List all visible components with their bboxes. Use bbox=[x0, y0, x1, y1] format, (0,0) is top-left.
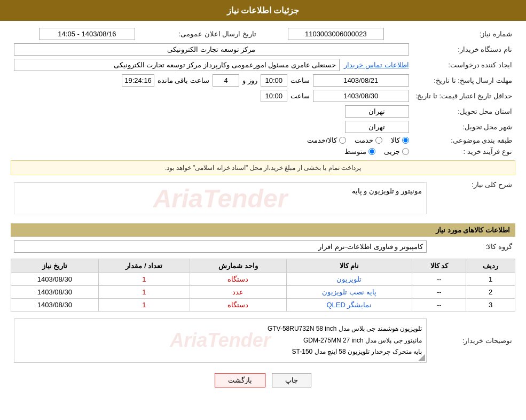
radio-motavasset[interactable]: متوسط bbox=[344, 147, 375, 155]
sharh-label: شرح کلی نیاز: bbox=[430, 177, 515, 219]
dastgah-label: نام دستگاه خریدار: bbox=[412, 42, 515, 57]
tarikh-value-cell: 1403/08/16 - 14:05 bbox=[11, 26, 163, 42]
ejad-value-cell: اطلاعات تماس خریدار حسنعلی عامری مسئول ا… bbox=[11, 57, 412, 73]
radio-jozii[interactable]: جزیی bbox=[384, 147, 409, 155]
goods-header-row: ردیف کد کالا نام کالا واحد شمارش تعداد /… bbox=[11, 259, 515, 273]
group-label: گروه کالا: bbox=[430, 239, 515, 254]
group-table: گروه کالا: کامپیوتر و فناوری اطلاعات-نرم… bbox=[11, 239, 515, 254]
cell-kod: -- bbox=[412, 286, 466, 299]
farayand-label: نوع فرآیند خرید : bbox=[412, 146, 515, 157]
cell-radif: 2 bbox=[466, 286, 515, 299]
row-ejad: ایجاد کننده درخواست: اطلاعات تماس خریدار… bbox=[11, 57, 515, 73]
row-shomare: شماره نیاز: 1103003006000023 تاریخ ارسال… bbox=[11, 26, 515, 42]
mohlet-roz-label: روز و bbox=[242, 76, 257, 84]
desc-value-cell: AriaTender تلویزیون هوشمند جی پلاس مدل G… bbox=[11, 317, 430, 364]
tabe-value-cell: کالا/خدمت خدمت کالا bbox=[11, 135, 412, 146]
desc-label: توصیحات خریدار: bbox=[430, 317, 515, 364]
page-header: جزئیات اطلاعات نیاز bbox=[0, 0, 526, 21]
hadaqal-time-label: ساعت bbox=[291, 92, 310, 100]
main-content: شماره نیاز: 1103003006000023 تاریخ ارسال… bbox=[0, 21, 526, 398]
row-group: گروه کالا: کامپیوتر و فناوری اطلاعات-نرم… bbox=[11, 239, 515, 254]
cell-vahed: عدد bbox=[190, 286, 286, 299]
th-radif: ردیف bbox=[466, 259, 515, 273]
desc-line: مانیتور جی پلاس مدل GDM-275MN 27 inch bbox=[19, 335, 422, 347]
cell-radif: 1 bbox=[466, 273, 515, 286]
radio-kala-khedmat[interactable]: کالا/خدمت bbox=[307, 136, 346, 144]
cell-tarikh: 1403/08/30 bbox=[11, 286, 99, 299]
row-hadaqal: حداقل تاریخ اعتبار قیمت: تا تاریخ: 10:00… bbox=[11, 88, 515, 104]
goods-table: ردیف کد کالا نام کالا واحد شمارش تعداد /… bbox=[11, 259, 515, 312]
cell-nam: پایه نصب تلویزیون bbox=[286, 286, 412, 299]
notice-bar: پرداخت تمام یا بخشی از مبلغ خرید،از محل … bbox=[11, 160, 515, 175]
info-table: شماره نیاز: 1103003006000023 تاریخ ارسال… bbox=[11, 26, 515, 157]
hadaqal-date: 1403/08/30 bbox=[313, 90, 409, 102]
sharh-text: مونیتور و تلویزیون و پایه bbox=[352, 187, 422, 195]
back-button[interactable]: بازگشت bbox=[215, 373, 265, 387]
cell-tarikh: 1403/08/30 bbox=[11, 299, 99, 312]
table-row: 3 -- نمایشگر QLED دستگاه 1 1403/08/30 bbox=[11, 299, 515, 312]
mohlet-time-label: ساعت bbox=[291, 76, 310, 84]
table-row: 1 -- تلویزیون دستگاه 1 1403/08/30 bbox=[11, 273, 515, 286]
sharh-table: شرح کلی نیاز: AriaTender مونیتور و تلویز… bbox=[11, 177, 515, 219]
tarikh-label: تاریخ ارسال اعلان عمومی: bbox=[163, 26, 260, 42]
shomare-label: شماره نیاز: bbox=[412, 26, 515, 42]
sharh-textarea: AriaTender مونیتور و تلویزیون و پایه bbox=[14, 182, 427, 214]
shahr-input: تهران bbox=[345, 121, 409, 133]
row-farayand: نوع فرآیند خرید : متوسط جزیی bbox=[11, 146, 515, 157]
cell-tedad: 1 bbox=[98, 299, 190, 312]
th-tarikh: تاریخ نیاز bbox=[11, 259, 99, 273]
cell-tedad: 1 bbox=[98, 273, 190, 286]
desc-line: پایه متحرک چرخدار تلویزیون 58 اینچ مدل S… bbox=[19, 346, 422, 358]
mohlet-remaining-label: ساعت باقی مانده bbox=[158, 76, 209, 84]
desc-box: AriaTender تلویزیون هوشمند جی پلاس مدل G… bbox=[14, 318, 427, 363]
mohlet-value-cell: 19:24:16 ساعت باقی مانده 4 روز و 10:00 س… bbox=[11, 73, 412, 88]
cell-vahed: دستگاه bbox=[190, 273, 286, 286]
watermark: AriaTender bbox=[153, 184, 288, 213]
radio-khedmat[interactable]: خدمت bbox=[355, 136, 382, 144]
cell-vahed: دستگاه bbox=[190, 299, 286, 312]
row-ostan: استان محل تحویل: تهران bbox=[11, 104, 515, 119]
table-row: 2 -- پایه نصب تلویزیون عدد 1 1403/08/30 bbox=[11, 286, 515, 299]
shomare-value-cell: 1103003006000023 bbox=[260, 26, 412, 42]
ostan-value-cell: تهران bbox=[11, 104, 412, 119]
row-shahr: شهر محل تحویل: تهران bbox=[11, 119, 515, 135]
mohlet-label: مهلت ارسال پاسخ: تا تاریخ: bbox=[412, 73, 515, 88]
goods-tbody: 1 -- تلویزیون دستگاه 1 1403/08/30 2 -- پ… bbox=[11, 273, 515, 312]
tarikh-input: 1403/08/16 - 14:05 bbox=[39, 28, 135, 40]
row-sharh: شرح کلی نیاز: AriaTender مونیتور و تلویز… bbox=[11, 177, 515, 219]
hadaqal-time: 10:00 bbox=[261, 90, 287, 102]
dastgah-value-cell: مرکز توسعه تجارت الکترونیکی bbox=[11, 42, 412, 57]
sharh-value-cell: AriaTender مونیتور و تلویزیون و پایه bbox=[11, 177, 430, 219]
ostan-input: تهران bbox=[345, 105, 409, 118]
notice-text: پرداخت تمام یا بخشی از مبلغ خرید،از محل … bbox=[165, 164, 361, 172]
th-tedad: تعداد / مقدار bbox=[98, 259, 190, 273]
radio-kala[interactable]: کالا bbox=[391, 136, 409, 144]
shahr-label: شهر محل تحویل: bbox=[412, 119, 515, 135]
page-title: جزئیات اطلاعات نیاز bbox=[227, 6, 300, 15]
cell-tarikh: 1403/08/30 bbox=[11, 273, 99, 286]
row-desc: توصیحات خریدار: AriaTender تلویزیون هوشم… bbox=[11, 317, 515, 364]
cell-radif: 3 bbox=[466, 299, 515, 312]
shomare-input: 1103003006000023 bbox=[288, 28, 384, 40]
print-button[interactable]: چاپ bbox=[272, 373, 311, 387]
cell-nam: تلویزیون bbox=[286, 273, 412, 286]
hadaqal-value-cell: 10:00 ساعت 1403/08/30 bbox=[11, 88, 412, 104]
goods-thead: ردیف کد کالا نام کالا واحد شمارش تعداد /… bbox=[11, 259, 515, 273]
btn-bar: چاپ بازگشت bbox=[11, 373, 515, 387]
mohlet-date: 1403/08/21 bbox=[313, 74, 409, 87]
hadaqal-label: حداقل تاریخ اعتبار قیمت: تا تاریخ: bbox=[412, 88, 515, 104]
farayand-value-cell: متوسط جزیی bbox=[11, 146, 412, 157]
row-mohlet: مهلت ارسال پاسخ: تا تاریخ: 19:24:16 ساعت… bbox=[11, 73, 515, 88]
ostan-label: استان محل تحویل: bbox=[412, 104, 515, 119]
tabe-label: طبقه بندی موضوعی: bbox=[412, 135, 515, 146]
ejad-link[interactable]: اطلاعات تماس خریدار bbox=[344, 61, 409, 69]
th-kod: کد کالا bbox=[412, 259, 466, 273]
mohlet-time: 10:00 bbox=[261, 74, 287, 87]
th-vahed: واحد شمارش bbox=[190, 259, 286, 273]
cell-nam: نمایشگر QLED bbox=[286, 299, 412, 312]
group-input: کامپیوتر و فناوری اطلاعات-نرم افزار bbox=[14, 240, 427, 253]
page-wrapper: جزئیات اطلاعات نیاز شماره نیاز: 11030030… bbox=[0, 0, 526, 420]
ejad-input: حسنعلی عامری مسئول امورعمومی وکارپرداز م… bbox=[14, 59, 340, 71]
cell-kod: -- bbox=[412, 273, 466, 286]
kalaha-section-title: اطلاعات کالاهای مورد نیاز bbox=[11, 223, 515, 237]
